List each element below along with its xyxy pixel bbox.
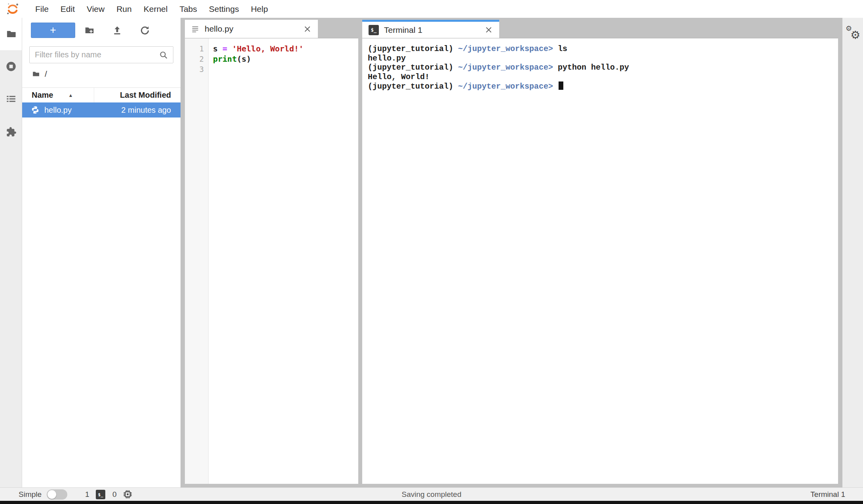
dock-panel: hello.py 123 s = 'Hello, World!'print(s) [181, 18, 842, 487]
sidebar-tab-file-browser[interactable] [0, 23, 22, 45]
toc-icon [6, 94, 16, 104]
terminal-cursor [559, 81, 563, 90]
search-icon [159, 50, 168, 60]
new-folder-button[interactable] [82, 23, 97, 38]
python-icon [31, 106, 40, 114]
tab-hello-py[interactable]: hello.py [185, 20, 318, 38]
file-modified: 2 minutes ago [121, 106, 181, 115]
terminal-line: (jupyter_tutorial) ~/jupyter_workspace> … [368, 44, 838, 54]
activity-bar [0, 18, 22, 487]
terminal-tab-bar: $_ Terminal 1 [362, 20, 838, 38]
tab-label: Terminal 1 [384, 25, 485, 35]
window-bottom-edge [0, 501, 863, 504]
terminal-icon: $_ [369, 25, 379, 35]
breadcrumb: / [32, 68, 47, 80]
editor-tab-bar: hello.py [185, 20, 358, 38]
terminal-line: (jupyter_tutorial) ~/jupyter_workspace> [368, 81, 838, 91]
filter-files-box [29, 46, 173, 63]
menu-item-view[interactable]: View [81, 0, 110, 18]
code-line [213, 64, 358, 74]
file-browser-panel: + [22, 18, 181, 487]
sidebar-tab-running[interactable] [0, 55, 22, 78]
file-row[interactable]: hello.py2 minutes ago [22, 102, 181, 117]
code-line: print(s) [213, 54, 358, 64]
file-list-header: Name ▲ Last Modified [22, 87, 181, 103]
sort-caret-icon: ▲ [68, 93, 73, 98]
refresh-icon [140, 25, 150, 36]
menu-item-tabs[interactable]: Tabs [173, 0, 203, 18]
filter-files-input[interactable] [30, 50, 157, 59]
refresh-button[interactable] [138, 23, 152, 38]
root-folder-icon[interactable] [32, 70, 40, 78]
new-launcher-button[interactable]: + [31, 23, 75, 38]
upload-button[interactable] [110, 23, 124, 38]
terminal-output[interactable]: (jupyter_tutorial) ~/jupyter_workspace> … [362, 38, 838, 484]
menu-items: FileEditViewRunKernelTabsSettingsHelp [29, 0, 274, 18]
active-context-label: Terminal 1 [810, 488, 845, 501]
file-list: hello.py2 minutes ago [22, 102, 181, 117]
terminal-panel: $_ Terminal 1 (jupyter_tutorial) ~/jupyt… [362, 20, 838, 484]
line-number: 2 [185, 54, 208, 64]
terminal-line: hello.py [368, 54, 838, 63]
menu-item-run[interactable]: Run [110, 0, 138, 18]
menu-item-file[interactable]: File [29, 0, 55, 18]
status-bar: Simple 1 $_ 0 Saving completed Terminal … [0, 487, 863, 501]
code-line: s = 'Hello, World!' [213, 44, 358, 54]
content-area: + [0, 18, 863, 487]
right-sidebar: ⚙ ⚙ [842, 18, 863, 487]
terminal-line: Hello, World! [368, 72, 838, 82]
menu-item-settings[interactable]: Settings [203, 0, 245, 18]
tab-terminal-1[interactable]: $_ Terminal 1 [362, 20, 499, 38]
menu-item-kernel[interactable]: Kernel [138, 0, 174, 18]
code-editor[interactable]: s = 'Hello, World!'print(s) [209, 38, 358, 484]
column-header-last-modified[interactable]: Last Modified [94, 88, 181, 102]
document-icon [191, 25, 200, 33]
running-icon [6, 61, 17, 72]
terminal-viewport: (jupyter_tutorial) ~/jupyter_workspace> … [362, 38, 838, 484]
gears-icon[interactable]: ⚙ ⚙ [845, 25, 861, 44]
folder-icon [6, 28, 17, 39]
file-name: hello.py [44, 106, 121, 115]
terminal-line: (jupyter_tutorial) ~/jupyter_workspace> … [368, 63, 838, 72]
upload-icon [112, 25, 122, 36]
line-number-gutter: 123 [185, 38, 209, 484]
status-message: Saving completed [0, 488, 863, 501]
menu-bar: FileEditViewRunKernelTabsSettingsHelp [0, 0, 863, 18]
close-icon[interactable] [485, 26, 493, 34]
new-folder-icon [84, 25, 95, 36]
tab-label: hello.py [205, 24, 303, 34]
sidebar-tab-extensions[interactable] [0, 121, 22, 143]
column-header-name[interactable]: Name ▲ [22, 88, 94, 102]
editor-panel: hello.py 123 s = 'Hello, World!'print(s) [185, 20, 358, 484]
jupyter-logo [6, 2, 20, 16]
close-icon[interactable] [303, 25, 312, 33]
menu-item-help[interactable]: Help [245, 0, 274, 18]
line-number: 1 [185, 44, 208, 54]
puzzle-icon [6, 127, 17, 137]
jupyterlab-window: FileEditViewRunKernelTabsSettingsHelp [0, 0, 863, 504]
line-number: 3 [185, 64, 208, 74]
editor-content: 123 s = 'Hello, World!'print(s) [185, 38, 358, 484]
menu-item-edit[interactable]: Edit [55, 0, 81, 18]
breadcrumb-path: / [45, 69, 47, 79]
sidebar-tab-table-of-contents[interactable] [0, 88, 22, 110]
